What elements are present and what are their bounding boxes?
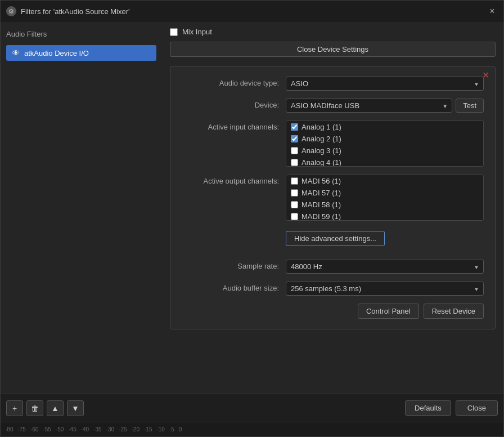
input-channel-4-checkbox[interactable] (291, 159, 298, 166)
waveform-label-13: -10 (154, 426, 166, 432)
audio-filters-title: Audio Filters (6, 28, 156, 41)
audio-device-type-select-wrapper: ASIO (286, 77, 484, 91)
output-channels-list[interactable]: MADI 56 (1) MADI 57 (1) MADI 58 (1) (286, 175, 484, 221)
up-icon: ▲ (51, 404, 59, 413)
audio-buffer-label: Audio buffer size: (182, 282, 286, 292)
window-title: Filters for 'atkAudio Source Mixer' (21, 7, 130, 16)
move-filter-down-button[interactable]: ▼ (67, 400, 84, 416)
audio-buffer-control: 256 samples (5.3 ms) (286, 282, 484, 296)
waveform-label-5: -50 (53, 426, 66, 432)
remove-icon: 🗑 (31, 404, 39, 413)
output-channel-3-checkbox[interactable] (291, 201, 298, 208)
input-channel-1-label: Analog 1 (1) (302, 123, 341, 131)
active-output-label: Active output channels: (182, 175, 286, 185)
active-input-control: Analog 1 (1) Analog 2 (1) Analog 3 (1) (286, 121, 484, 167)
input-channel-1-checkbox[interactable] (291, 123, 298, 131)
waveform-label-8: -35 (91, 426, 104, 432)
footer-right-buttons: Defaults Close (405, 400, 498, 416)
hide-advanced-row: Hide advanced settings... (182, 229, 484, 254)
waveform-label-9: -30 (104, 426, 116, 432)
waveform-label-11: -20 (129, 426, 142, 432)
output-channel-4-label: MADI 59 (1) (302, 212, 341, 221)
device-control: ASIO MADIface USB Test (286, 99, 484, 113)
device-select-wrapper: ASIO MADIface USB (286, 99, 452, 113)
control-panel-button[interactable]: Control Panel (358, 304, 419, 319)
down-icon: ▼ (71, 404, 79, 413)
waveform-label-2: -75 (15, 426, 28, 432)
input-channel-3-checkbox[interactable] (291, 147, 298, 154)
audio-device-type-control: ASIO (286, 77, 484, 91)
output-channel-2-checkbox[interactable] (291, 189, 298, 197)
sample-rate-select-wrapper: 48000 Hz (286, 260, 484, 274)
device-select-row: ASIO MADIface USB Test (286, 99, 484, 113)
device-select[interactable]: ASIO MADIface USB (286, 99, 452, 113)
waveform-label-10: -25 (116, 426, 129, 432)
device-label: Device: (182, 99, 286, 109)
input-channel-3: Analog 3 (1) (286, 145, 483, 157)
input-channels-list[interactable]: Analog 1 (1) Analog 2 (1) Analog 3 (1) (286, 121, 484, 167)
app-icon: ⚙ (6, 6, 16, 16)
output-channel-3: MADI 58 (1) (286, 199, 483, 211)
output-channel-1: MADI 56 (1) (286, 175, 483, 187)
hide-advanced-button[interactable]: Hide advanced settings... (286, 231, 385, 246)
move-filter-up-button[interactable]: ▲ (47, 400, 64, 416)
waveform-label-15: 0 (177, 426, 184, 432)
sample-rate-row: Sample rate: 48000 Hz (182, 260, 484, 274)
add-filter-button[interactable]: + (6, 400, 23, 416)
audio-device-type-select[interactable]: ASIO (286, 77, 484, 91)
audio-buffer-row: Audio buffer size: 256 samples (5.3 ms) (182, 282, 484, 296)
visibility-icon: 👁 (12, 48, 20, 57)
input-channel-4-label: Analog 4 (1) (302, 158, 341, 167)
waveform-strip: -80 -75 -60 -55 -50 -45 -40 -35 -30 -25 … (1, 422, 503, 436)
sample-rate-control: 48000 Hz (286, 260, 484, 274)
device-settings-dialog: ✕ Audio device type: ASIO Device: (170, 66, 496, 329)
defaults-button[interactable]: Defaults (405, 400, 451, 416)
input-channel-4: Analog 4 (1) (286, 157, 483, 167)
title-bar: ⚙ Filters for 'atkAudio Source Mixer' × (1, 1, 503, 22)
active-input-label: Active input channels: (182, 121, 286, 131)
filter-item-atkaudio[interactable]: 👁 atkAudio Device I/O (6, 45, 156, 61)
remove-filter-button[interactable]: 🗑 (26, 400, 43, 416)
audio-device-type-label: Audio device type: (182, 77, 286, 87)
waveform-label-14: -5 (167, 426, 177, 432)
sample-rate-select[interactable]: 48000 Hz (286, 260, 484, 274)
waveform-label-12: -15 (142, 426, 154, 432)
add-icon: + (12, 404, 17, 413)
output-channel-1-checkbox[interactable] (291, 177, 298, 185)
output-channel-1-label: MADI 56 (1) (302, 177, 341, 185)
input-channel-2-label: Analog 2 (1) (302, 135, 341, 143)
footer-left-buttons: + 🗑 ▲ ▼ (6, 400, 84, 416)
active-input-channels-row: Active input channels: Analog 1 (1) Anal… (182, 121, 484, 167)
output-channel-4: MADI 59 (1) (286, 211, 483, 221)
waveform-label-6: -45 (66, 426, 78, 432)
title-bar-left: ⚙ Filters for 'atkAudio Source Mixer' (6, 6, 130, 16)
test-button[interactable]: Test (456, 99, 484, 113)
input-channel-2: Analog 2 (1) (286, 133, 483, 145)
device-row: Device: ASIO MADIface USB Test (182, 99, 484, 113)
filter-item-label: atkAudio Device I/O (24, 49, 89, 57)
audio-device-type-row: Audio device type: ASIO (182, 77, 484, 91)
mix-input-checkbox[interactable] (170, 28, 178, 36)
active-output-control: MADI 56 (1) MADI 57 (1) MADI 58 (1) (286, 175, 484, 221)
waveform-label-1: -80 (3, 426, 15, 432)
output-channel-4-checkbox[interactable] (291, 213, 298, 220)
right-panel: Mix Input Close Device Settings ✕ Audio … (162, 22, 503, 394)
main-window: ⚙ Filters for 'atkAudio Source Mixer' × … (0, 0, 504, 437)
footer: + 🗑 ▲ ▼ Defaults Close (1, 394, 503, 422)
audio-buffer-select[interactable]: 256 samples (5.3 ms) (286, 282, 484, 296)
mix-input-row: Mix Input (170, 28, 496, 36)
close-device-settings-button[interactable]: Close Device Settings (170, 42, 496, 57)
bottom-buttons: Control Panel Reset Device (182, 304, 484, 319)
waveform-label-3: -60 (28, 426, 40, 432)
output-channel-2: MADI 57 (1) (286, 187, 483, 199)
waveform-label-7: -40 (79, 426, 91, 432)
reset-device-button[interactable]: Reset Device (424, 304, 484, 319)
input-channel-2-checkbox[interactable] (291, 135, 298, 142)
input-channel-1: Analog 1 (1) (286, 121, 483, 133)
footer-close-button[interactable]: Close (456, 400, 498, 416)
mix-input-label: Mix Input (182, 28, 212, 36)
audio-buffer-select-wrapper: 256 samples (5.3 ms) (286, 282, 484, 296)
window-close-button[interactable]: × (487, 6, 498, 17)
input-channel-3-label: Analog 3 (1) (302, 146, 341, 155)
content-area: Audio Filters 👁 atkAudio Device I/O Mix … (1, 22, 503, 394)
